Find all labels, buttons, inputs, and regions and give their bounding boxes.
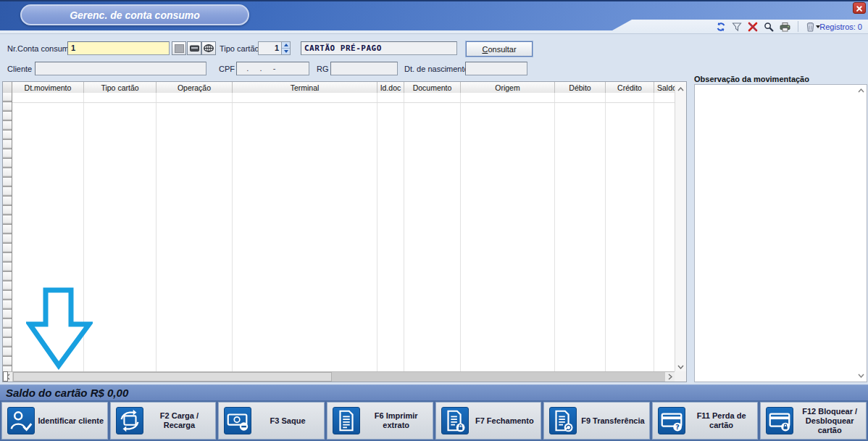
- f7-fechamento-button[interactable]: F7 Fechamento: [435, 402, 542, 440]
- movements-table: Dt.movimento Tipo cartão Operação Termin…: [2, 81, 687, 382]
- observacao-panel[interactable]: [694, 84, 867, 382]
- banknote-minus-icon: [224, 407, 251, 434]
- filter-icon[interactable]: [732, 22, 742, 32]
- tipo-cartao-desc: CARTÃO PRÉ-PAGO: [301, 41, 457, 55]
- person-check-icon: [7, 407, 35, 434]
- scroll-up-icon[interactable]: [677, 87, 684, 91]
- document-lock-icon: [441, 407, 469, 434]
- table-horizontal-scrollbar[interactable]: [3, 371, 675, 382]
- col-operacao[interactable]: Operação: [157, 82, 233, 93]
- card-reader-icon: [189, 43, 200, 54]
- col-credito[interactable]: Crédito: [606, 82, 654, 93]
- table-header-row: Dt.movimento Tipo cartão Operação Termin…: [3, 82, 686, 94]
- f11-perda-cartao-button[interactable]: ? F11 Perda de cartão: [652, 402, 759, 440]
- consultar-button[interactable]: Consultar: [466, 41, 533, 57]
- close-icon[interactable]: [853, 2, 866, 14]
- document-lines-icon: [333, 407, 360, 434]
- dt-nascimento-input[interactable]: [465, 62, 527, 75]
- blank-button[interactable]: [172, 41, 186, 55]
- col-debito[interactable]: Débito: [555, 82, 606, 93]
- hscroll-thumb[interactable]: [13, 372, 332, 382]
- nr-conta-label: Nr.Conta consumo: [7, 44, 73, 53]
- document-transfer-icon: [549, 407, 577, 434]
- table-body: [3, 93, 675, 371]
- app-window: Gerenc. de conta consumo: [0, 0, 868, 441]
- action-bar: Identificar cliente F2 Carga / Recarga: [0, 400, 868, 441]
- f2-carga-recarga-button[interactable]: F2 Carga / Recarga: [110, 402, 217, 440]
- recycle-icon[interactable]: [806, 22, 820, 32]
- row-indicator-end: [3, 371, 8, 382]
- cliente-input[interactable]: [35, 62, 206, 75]
- card-lock-icon: [766, 407, 793, 434]
- col-dt-movimento[interactable]: Dt.movimento: [12, 82, 84, 93]
- clear-filter-icon[interactable]: [748, 22, 758, 32]
- printer-icon[interactable]: [780, 22, 790, 32]
- scroll-right-icon[interactable]: [665, 372, 675, 382]
- saldo-text: Saldo do cartão R$ 0,00: [0, 387, 128, 399]
- col-id-doc[interactable]: Id.doc: [377, 82, 404, 93]
- status-bar: Saldo do cartão R$ 0,00: [0, 384, 868, 400]
- col-tipo-cartao[interactable]: Tipo cartão: [84, 82, 157, 93]
- card-globe-icon: [203, 43, 214, 54]
- spin-down-icon[interactable]: [282, 49, 290, 54]
- toolbar-divider: [798, 21, 798, 32]
- card-online-button[interactable]: [201, 41, 216, 55]
- tipo-cartao-value: 1: [259, 42, 281, 54]
- f12-bloquear-desbloquear-button[interactable]: F12 Bloquear / Desbloquear cartão: [760, 402, 867, 440]
- observacao-label: Observação da movimentação: [694, 75, 809, 83]
- f3-saque-button[interactable]: F3 Saque: [218, 402, 325, 440]
- identificar-cliente-button[interactable]: Identificar cliente: [1, 402, 108, 440]
- magnifier-icon[interactable]: [764, 22, 774, 32]
- rg-input[interactable]: [330, 62, 398, 75]
- nr-conta-input[interactable]: 1: [67, 41, 170, 55]
- tipo-cartao-stepper[interactable]: 1: [258, 41, 291, 55]
- row-indicator-column: [3, 93, 12, 371]
- f9-transferencia-button[interactable]: F9 Transferência: [543, 402, 650, 440]
- refresh-icon[interactable]: [716, 22, 726, 32]
- cpf-input[interactable]: . . -: [236, 62, 309, 75]
- spin-up-icon[interactable]: [282, 42, 290, 49]
- cliente-label: Cliente: [7, 65, 32, 73]
- col-documento[interactable]: Documento: [404, 82, 461, 93]
- tipo-cartao-label: Tipo cartão: [220, 44, 259, 53]
- svg-text:?: ?: [675, 423, 680, 431]
- obs-scroll-down-icon[interactable]: [858, 374, 864, 378]
- card-question-icon: ?: [658, 407, 685, 434]
- window-title: Gerenc. de conta consumo: [70, 9, 200, 21]
- card-reload-icon: [116, 407, 143, 434]
- dt-nascimento-label: Dt. de nascimento: [404, 65, 469, 73]
- scrollbar-corner: [675, 371, 686, 382]
- window-title-tab[interactable]: Gerenc. de conta consumo: [20, 4, 249, 25]
- cpf-label: CPF: [219, 65, 235, 73]
- table-vertical-scrollbar[interactable]: [675, 85, 686, 371]
- card-reader-button[interactable]: [187, 41, 201, 55]
- rg-label: RG: [317, 65, 329, 73]
- scroll-down-icon[interactable]: [677, 365, 684, 369]
- col-terminal[interactable]: Terminal: [233, 82, 377, 93]
- row-indicator-header: [3, 82, 12, 93]
- f6-imprimir-extrato-button[interactable]: F6 Imprimir extrato: [327, 402, 433, 440]
- col-origem[interactable]: Origem: [461, 82, 555, 93]
- obs-scroll-up-icon[interactable]: [858, 88, 864, 93]
- records-count: Registros: 0: [819, 22, 862, 31]
